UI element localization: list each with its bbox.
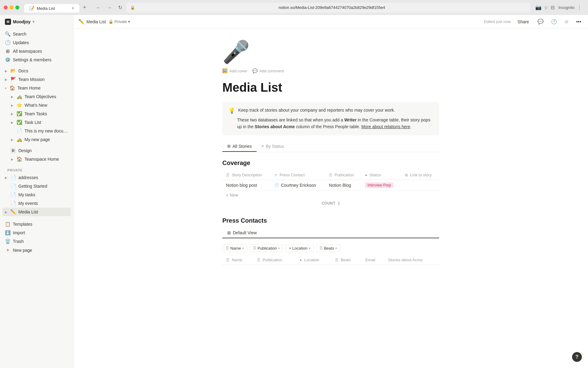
sidebar-item-team-tasks[interactable]: ▶ ✅ Team Tasks bbox=[9, 109, 71, 118]
link-col-label: Link to story bbox=[410, 173, 432, 177]
publication-col-label: Publication bbox=[334, 173, 354, 177]
callout-link[interactable]: More about relations here bbox=[361, 124, 410, 129]
filter-beats-chevron-icon: ▾ bbox=[335, 247, 337, 250]
browser-tab[interactable]: 📝 Media List ✕ bbox=[24, 4, 79, 13]
forward-button[interactable]: → bbox=[105, 4, 114, 12]
filter-name-button[interactable]: ☰ Name ▾ bbox=[222, 244, 247, 252]
sidebar-item-teamspace-home[interactable]: ▶ 🏠 Teamspace Home bbox=[9, 155, 71, 163]
sidebar-item-media-list[interactable]: ▶ ✏️ Media List bbox=[2, 208, 71, 216]
callout-subtext-before: These two databases are linked so that w… bbox=[237, 117, 344, 122]
updates-icon: 🕐 bbox=[5, 40, 10, 45]
more-button[interactable]: ••• bbox=[574, 18, 583, 26]
sidebar-item-whats-new[interactable]: ▶ ⭐ What's New bbox=[9, 101, 71, 109]
pc-loc-col-label: Location bbox=[304, 258, 319, 262]
sidebar-item-design[interactable]: ▶ D Design bbox=[2, 146, 71, 155]
sidebar-item-updates[interactable]: 🕐 Updates bbox=[2, 38, 71, 47]
table-row[interactable]: Notion blog post 📄 Courtney Erickson Not… bbox=[222, 180, 439, 190]
add-comment-icon: 💬 bbox=[252, 68, 258, 73]
bookmark-star-icon[interactable]: ☆ bbox=[544, 5, 548, 10]
sidebar-item-import[interactable]: ⬇️ Import bbox=[2, 228, 71, 237]
add-cover-button[interactable]: 🖼️ Add cover bbox=[222, 68, 247, 74]
url-bar[interactable]: 🔒 notion.so/Media-List-209e9a6744274070a… bbox=[126, 3, 531, 13]
history-button[interactable]: 🕐 bbox=[549, 17, 559, 26]
coverage-table-head: ☰ Story Description ↗ Press Contact ☰ Pu… bbox=[222, 170, 439, 180]
col-story-description: ☰ Story Description bbox=[222, 170, 270, 180]
filter-location-button[interactable]: ● Location ▾ bbox=[285, 244, 313, 252]
default-view-icon: ⊞ bbox=[227, 230, 231, 235]
sidebar-item-team-home[interactable]: ▾ 🏠 Team Home bbox=[2, 84, 71, 92]
whats-new-icon: ⭐ bbox=[17, 102, 22, 108]
media-list-icon: ✏️ bbox=[10, 209, 16, 215]
sidebar-item-trash[interactable]: 🗑️ Trash bbox=[2, 237, 71, 246]
sidebar-item-docs[interactable]: ▶ 📂 Docs bbox=[2, 67, 71, 75]
fullscreen-traffic-light[interactable] bbox=[15, 6, 19, 10]
row1-link bbox=[401, 180, 439, 190]
filter-publication-button[interactable]: ☰ Publication ▾ bbox=[250, 244, 283, 252]
col-press-contact: ↗ Press Contact bbox=[270, 170, 325, 180]
help-button[interactable]: ? bbox=[572, 352, 582, 362]
browser-more-button[interactable]: ⋮ bbox=[577, 5, 582, 10]
camera-off-icon[interactable]: 📷 bbox=[535, 5, 541, 10]
comment-button[interactable]: 💬 bbox=[536, 17, 545, 26]
press-contacts-section: Press Contacts ⊞ Default View ☰ Name ▾ ☰ bbox=[222, 217, 439, 265]
sidebar-item-team-mission[interactable]: ▶ 🚩 Team Mission bbox=[2, 75, 71, 84]
new-tab-button[interactable]: + bbox=[80, 2, 89, 13]
callout-row1: 💡 Keep track of stories about your compa… bbox=[228, 107, 433, 114]
col-pc-name: ☰ Name bbox=[222, 255, 253, 265]
workspace-name[interactable]: M Moodjoy ▾ bbox=[5, 19, 34, 25]
callout-subtext-end: column of the Press People table. bbox=[295, 124, 361, 129]
sidebar-item-templates[interactable]: 📋 Templates bbox=[2, 220, 71, 228]
sidebar-item-settings[interactable]: ⚙️ Settings & members bbox=[2, 56, 71, 64]
sidebar-item-new-document[interactable]: ▶ 📄 This is my new document bbox=[9, 127, 71, 135]
teamspace-home-label: Teamspace Home bbox=[24, 157, 68, 162]
topbar-lock-icon: 🔒 bbox=[108, 19, 113, 24]
back-button[interactable]: ← bbox=[94, 4, 103, 12]
pc-email-col-label: Email bbox=[365, 258, 375, 262]
close-traffic-light[interactable] bbox=[4, 6, 8, 10]
tab-all-stories[interactable]: ⊞ All Stories bbox=[222, 141, 257, 152]
sidebar-item-search[interactable]: 🔍 Search bbox=[2, 30, 71, 38]
minimize-traffic-light[interactable] bbox=[9, 6, 13, 10]
all-stories-tab-label: All Stories bbox=[232, 144, 252, 149]
sidebar-item-team-objectives[interactable]: ▶ 🚕 Team Objectives bbox=[9, 92, 71, 101]
sidebar-item-my-tasks[interactable]: ▶ 📄 My tasks bbox=[2, 190, 71, 199]
sidebar-item-getting-started[interactable]: ▶ 📄 Getting Started bbox=[2, 182, 71, 190]
whats-new-label: What's New bbox=[24, 103, 68, 108]
tab-by-status[interactable]: ≡ By Status bbox=[257, 141, 289, 152]
pc-loc-col-icon: ● bbox=[300, 258, 302, 262]
team-home-label: Team Home bbox=[17, 86, 68, 90]
tab-close-button[interactable]: ✕ bbox=[71, 6, 74, 10]
callout-bold1: Writer bbox=[344, 117, 356, 122]
sidebar-item-my-events[interactable]: ▶ 📄 My events bbox=[2, 199, 71, 208]
callout-lightbulb-icon: 💡 bbox=[228, 107, 235, 114]
filter-beats-button[interactable]: ☰ Beats ▾ bbox=[316, 244, 340, 252]
favorite-button[interactable]: ☆ bbox=[563, 17, 571, 26]
teamspace-home-icon: 🏠 bbox=[17, 156, 22, 162]
settings-label: Settings & members bbox=[13, 57, 68, 62]
add-comment-button[interactable]: 💬 Add comment bbox=[252, 68, 284, 74]
sidebar-item-new-page[interactable]: ＋ New page bbox=[2, 246, 71, 255]
team-tasks-chevron-icon: ▶ bbox=[11, 112, 13, 116]
addresses-chevron-icon: ▶ bbox=[5, 176, 7, 179]
filter-pub-label: Publication bbox=[258, 246, 277, 251]
topbar-privacy-button[interactable]: 🔒 Private ▾ bbox=[108, 19, 130, 24]
my-new-page-chevron-icon: ▶ bbox=[11, 138, 13, 141]
import-icon: ⬇️ bbox=[5, 230, 10, 236]
default-view-tab[interactable]: ⊞ Default View bbox=[222, 228, 439, 238]
status-col-icon: ● bbox=[365, 173, 367, 177]
share-button[interactable]: Share bbox=[514, 18, 532, 25]
sidebar-item-my-new-page[interactable]: ▶ 🚕 My new page bbox=[9, 135, 71, 144]
my-events-label: My events bbox=[18, 201, 68, 206]
sidebar-item-addresses[interactable]: ▶ 📄 addresses bbox=[2, 173, 71, 182]
sidebar-item-all-teamspaces[interactable]: ⊞ All teamspaces bbox=[2, 47, 71, 56]
whats-new-chevron-icon: ▶ bbox=[11, 104, 13, 107]
topbar-page-title: Media List bbox=[86, 19, 106, 24]
split-view-icon[interactable]: ⊟ bbox=[551, 5, 555, 10]
app-container: M Moodjoy ▾ 🔍 Search 🕐 Updates ⊞ All tea… bbox=[0, 15, 588, 368]
page-icon[interactable]: 🎤 bbox=[222, 41, 439, 63]
refresh-button[interactable]: ↻ bbox=[116, 3, 124, 12]
coverage-new-row-button[interactable]: + New bbox=[222, 191, 439, 199]
sidebar-item-task-list[interactable]: ▶ ✅ Task List bbox=[9, 118, 71, 127]
add-cover-label: Add cover bbox=[229, 69, 247, 73]
pc-beats-col-icon: ☰ bbox=[335, 258, 338, 262]
